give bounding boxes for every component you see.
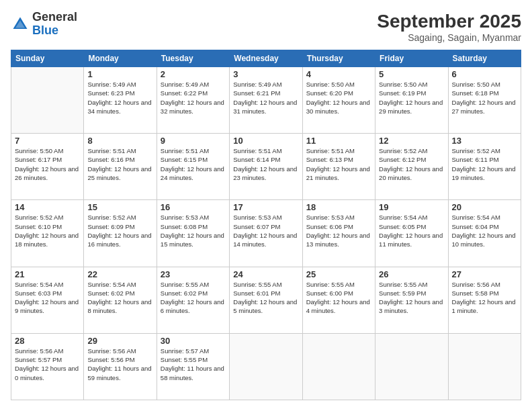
logo-general: General	[32, 10, 77, 24]
calendar-cell: 24Sunrise: 5:55 AM Sunset: 6:01 PM Dayli…	[230, 267, 302, 333]
day-info: Sunrise: 5:49 AM Sunset: 6:22 PM Dayligh…	[161, 80, 226, 116]
calendar: SundayMondayTuesdayWednesdayThursdayFrid…	[11, 50, 521, 400]
calendar-cell: 25Sunrise: 5:55 AM Sunset: 6:00 PM Dayli…	[302, 267, 375, 333]
day-info: Sunrise: 5:53 AM Sunset: 6:08 PM Dayligh…	[161, 213, 226, 248]
calendar-cell: 6Sunrise: 5:50 AM Sunset: 6:18 PM Daylig…	[448, 67, 521, 134]
weekday-header-row: SundayMondayTuesdayWednesdayThursdayFrid…	[11, 50, 521, 67]
calendar-cell	[448, 333, 521, 400]
calendar-cell: 17Sunrise: 5:53 AM Sunset: 6:07 PM Dayli…	[230, 200, 302, 267]
calendar-cell: 16Sunrise: 5:53 AM Sunset: 6:08 PM Dayli…	[157, 200, 229, 267]
day-number: 29	[87, 336, 152, 346]
day-info: Sunrise: 5:52 AM Sunset: 6:11 PM Dayligh…	[452, 146, 517, 182]
calendar-cell: 13Sunrise: 5:52 AM Sunset: 6:11 PM Dayli…	[448, 134, 521, 200]
day-info: Sunrise: 5:50 AM Sunset: 6:20 PM Dayligh…	[306, 80, 371, 116]
day-number: 4	[306, 69, 371, 79]
day-number: 2	[161, 69, 226, 79]
weekday-header: Tuesday	[157, 50, 229, 67]
calendar-cell: 29Sunrise: 5:56 AM Sunset: 5:56 PM Dayli…	[84, 333, 157, 400]
day-number: 15	[87, 202, 152, 212]
day-number: 13	[452, 136, 517, 146]
day-info: Sunrise: 5:51 AM Sunset: 6:13 PM Dayligh…	[306, 146, 371, 182]
calendar-cell: 5Sunrise: 5:50 AM Sunset: 6:19 PM Daylig…	[375, 67, 448, 134]
day-number: 27	[452, 269, 517, 279]
calendar-cell	[230, 333, 302, 400]
day-info: Sunrise: 5:55 AM Sunset: 5:59 PM Dayligh…	[379, 280, 444, 316]
day-info: Sunrise: 5:55 AM Sunset: 6:00 PM Dayligh…	[306, 280, 371, 316]
day-number: 6	[452, 69, 517, 79]
day-info: Sunrise: 5:55 AM Sunset: 6:01 PM Dayligh…	[233, 280, 298, 316]
day-info: Sunrise: 5:54 AM Sunset: 6:03 PM Dayligh…	[15, 280, 80, 316]
day-info: Sunrise: 5:51 AM Sunset: 6:15 PM Dayligh…	[161, 146, 226, 182]
day-info: Sunrise: 5:57 AM Sunset: 5:55 PM Dayligh…	[161, 347, 226, 382]
day-number: 9	[161, 136, 226, 146]
weekday-header: Friday	[375, 50, 448, 67]
calendar-week-row: 14Sunrise: 5:52 AM Sunset: 6:10 PM Dayli…	[11, 200, 521, 267]
day-number: 5	[379, 69, 444, 79]
day-number: 22	[87, 269, 152, 279]
day-info: Sunrise: 5:49 AM Sunset: 6:23 PM Dayligh…	[87, 80, 152, 116]
day-info: Sunrise: 5:50 AM Sunset: 6:17 PM Dayligh…	[15, 146, 80, 182]
month-title: September 2025	[377, 11, 521, 32]
day-info: Sunrise: 5:56 AM Sunset: 5:57 PM Dayligh…	[15, 347, 80, 382]
calendar-cell: 27Sunrise: 5:56 AM Sunset: 5:58 PM Dayli…	[448, 267, 521, 333]
day-number: 30	[161, 336, 226, 346]
day-number: 26	[379, 269, 444, 279]
logo-blue: Blue	[32, 24, 58, 37]
day-info: Sunrise: 5:54 AM Sunset: 6:02 PM Dayligh…	[87, 280, 152, 316]
calendar-cell: 4Sunrise: 5:50 AM Sunset: 6:20 PM Daylig…	[302, 67, 375, 134]
calendar-cell: 12Sunrise: 5:52 AM Sunset: 6:12 PM Dayli…	[375, 134, 448, 200]
day-info: Sunrise: 5:49 AM Sunset: 6:21 PM Dayligh…	[233, 80, 298, 116]
calendar-cell: 23Sunrise: 5:55 AM Sunset: 6:02 PM Dayli…	[157, 267, 229, 333]
day-info: Sunrise: 5:52 AM Sunset: 6:12 PM Dayligh…	[379, 146, 444, 182]
weekday-header: Saturday	[448, 50, 521, 67]
day-number: 21	[15, 269, 80, 279]
day-number: 7	[15, 136, 80, 146]
day-info: Sunrise: 5:51 AM Sunset: 6:16 PM Dayligh…	[87, 146, 152, 182]
day-number: 18	[306, 202, 371, 212]
calendar-cell: 22Sunrise: 5:54 AM Sunset: 6:02 PM Dayli…	[84, 267, 157, 333]
day-info: Sunrise: 5:54 AM Sunset: 6:04 PM Dayligh…	[452, 213, 517, 248]
calendar-cell: 2Sunrise: 5:49 AM Sunset: 6:22 PM Daylig…	[157, 67, 229, 134]
day-info: Sunrise: 5:50 AM Sunset: 6:18 PM Dayligh…	[452, 80, 517, 116]
day-number: 28	[15, 336, 80, 346]
calendar-cell: 15Sunrise: 5:52 AM Sunset: 6:09 PM Dayli…	[84, 200, 157, 267]
weekday-header: Sunday	[11, 50, 84, 67]
page: General Blue September 2025 Sagaing, Sag…	[0, 0, 532, 411]
calendar-cell: 8Sunrise: 5:51 AM Sunset: 6:16 PM Daylig…	[84, 134, 157, 200]
calendar-week-row: 21Sunrise: 5:54 AM Sunset: 6:03 PM Dayli…	[11, 267, 521, 333]
day-info: Sunrise: 5:56 AM Sunset: 5:58 PM Dayligh…	[452, 280, 517, 316]
calendar-cell: 7Sunrise: 5:50 AM Sunset: 6:17 PM Daylig…	[11, 134, 84, 200]
day-info: Sunrise: 5:50 AM Sunset: 6:19 PM Dayligh…	[379, 80, 444, 116]
calendar-cell: 14Sunrise: 5:52 AM Sunset: 6:10 PM Dayli…	[11, 200, 84, 267]
day-number: 17	[233, 202, 298, 212]
day-number: 24	[233, 269, 298, 279]
calendar-week-row: 7Sunrise: 5:50 AM Sunset: 6:17 PM Daylig…	[11, 134, 521, 200]
logo-icon	[11, 15, 30, 34]
day-number: 12	[379, 136, 444, 146]
weekday-header: Thursday	[302, 50, 375, 67]
calendar-cell: 20Sunrise: 5:54 AM Sunset: 6:04 PM Dayli…	[448, 200, 521, 267]
day-number: 11	[306, 136, 371, 146]
calendar-cell	[302, 333, 375, 400]
calendar-cell: 11Sunrise: 5:51 AM Sunset: 6:13 PM Dayli…	[302, 134, 375, 200]
day-info: Sunrise: 5:54 AM Sunset: 6:05 PM Dayligh…	[379, 213, 444, 248]
day-number: 25	[306, 269, 371, 279]
calendar-cell	[11, 67, 84, 134]
calendar-week-row: 28Sunrise: 5:56 AM Sunset: 5:57 PM Dayli…	[11, 333, 521, 400]
day-number: 8	[87, 136, 152, 146]
day-number: 10	[233, 136, 298, 146]
location: Sagaing, Sagain, Myanmar	[377, 32, 521, 43]
calendar-cell: 1Sunrise: 5:49 AM Sunset: 6:23 PM Daylig…	[84, 67, 157, 134]
day-number: 1	[87, 69, 152, 79]
calendar-cell: 18Sunrise: 5:53 AM Sunset: 6:06 PM Dayli…	[302, 200, 375, 267]
day-info: Sunrise: 5:56 AM Sunset: 5:56 PM Dayligh…	[87, 347, 152, 382]
calendar-week-row: 1Sunrise: 5:49 AM Sunset: 6:23 PM Daylig…	[11, 67, 521, 134]
title-block: September 2025 Sagaing, Sagain, Myanmar	[377, 11, 521, 43]
day-number: 14	[15, 202, 80, 212]
calendar-cell: 21Sunrise: 5:54 AM Sunset: 6:03 PM Dayli…	[11, 267, 84, 333]
day-number: 19	[379, 202, 444, 212]
day-info: Sunrise: 5:53 AM Sunset: 6:07 PM Dayligh…	[233, 213, 298, 248]
calendar-cell: 3Sunrise: 5:49 AM Sunset: 6:21 PM Daylig…	[230, 67, 302, 134]
day-info: Sunrise: 5:52 AM Sunset: 6:09 PM Dayligh…	[87, 213, 152, 248]
day-info: Sunrise: 5:51 AM Sunset: 6:14 PM Dayligh…	[233, 146, 298, 182]
